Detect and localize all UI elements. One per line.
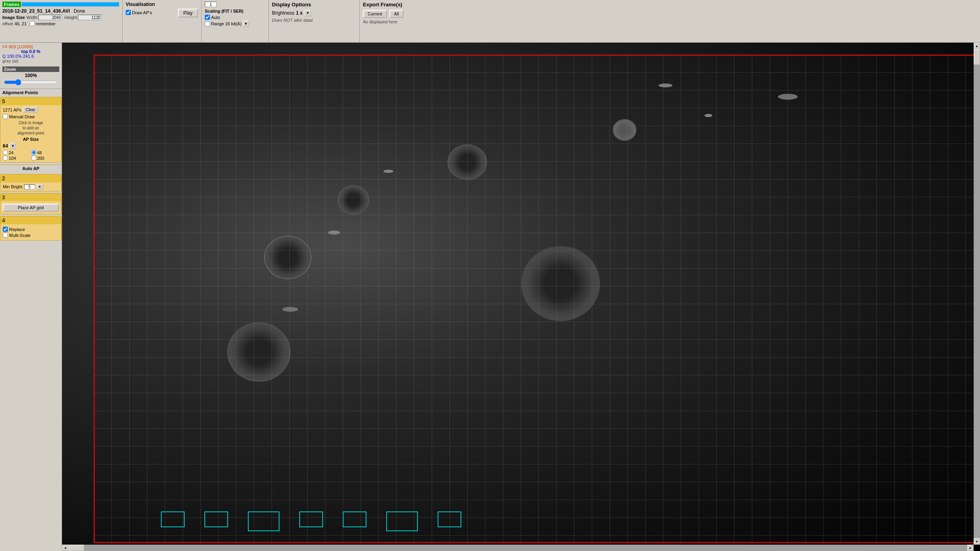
horizontal-scrollbar[interactable]: ◄ ► bbox=[62, 545, 974, 551]
scroll-h-track[interactable] bbox=[68, 545, 967, 551]
file-section: Frames 2018-12-20_23_51_14_436.AVI Done … bbox=[0, 0, 123, 42]
height-input[interactable] bbox=[78, 15, 102, 20]
step3-num: 3 bbox=[2, 194, 5, 201]
auto-check[interactable]: Auto bbox=[205, 15, 265, 20]
range-checkbox[interactable] bbox=[205, 21, 210, 27]
scroll-h-thumb[interactable] bbox=[68, 545, 84, 551]
ap-size-btn[interactable]: ▼ bbox=[9, 143, 16, 149]
remember-label: remember bbox=[36, 21, 55, 26]
manual-draw[interactable]: Manual Draw bbox=[3, 114, 59, 119]
ap-radio-104-label: 104 bbox=[9, 156, 16, 161]
zoom-slider[interactable] bbox=[4, 79, 58, 85]
step2-panel: 2 Min Bright ▼ bbox=[0, 174, 62, 191]
ap-size-main: 64 ▼ bbox=[3, 143, 59, 149]
manual-draw-label: Manual Draw bbox=[9, 114, 35, 119]
step2-num: 2 bbox=[2, 175, 5, 182]
place-ap-button[interactable]: Place AP grid bbox=[3, 204, 59, 212]
manual-draw-checkbox[interactable] bbox=[3, 114, 8, 119]
frame-num-row bbox=[205, 2, 265, 7]
scroll-right-button[interactable]: ► bbox=[967, 545, 974, 551]
brightness-label: Brightness bbox=[272, 10, 295, 16]
file-top: 2018-12-20_23_51_14_436.AVI Done bbox=[2, 8, 120, 14]
zoom-val: 100% bbox=[2, 73, 59, 78]
replace-check[interactable]: Replace bbox=[3, 227, 59, 232]
display-options-section: Display Options Brightness 1 x ▼ Does NO… bbox=[269, 0, 360, 42]
min-bright-btn[interactable]: ▼ bbox=[37, 184, 43, 189]
draw-aps-checkbox[interactable] bbox=[126, 10, 131, 15]
draw-aps-check[interactable]: Draw AP's bbox=[126, 10, 174, 15]
frames-bar: Frames bbox=[2, 2, 120, 7]
zoom-section: Zoom 100% bbox=[0, 65, 62, 89]
scroll-left-button[interactable]: ◄ bbox=[62, 545, 68, 551]
current-button[interactable]: Current bbox=[363, 10, 387, 18]
ap-radio-48-input[interactable] bbox=[31, 150, 36, 155]
scroll-down-button[interactable]: ▼ bbox=[974, 538, 980, 545]
brightness-adjust-btn[interactable]: ▼ bbox=[304, 10, 311, 16]
scroll-v-thumb[interactable] bbox=[974, 49, 980, 65]
cyan-box-6 bbox=[386, 511, 418, 531]
ap-radio-24[interactable]: 24 bbox=[3, 150, 31, 155]
display-title: Display Options bbox=[272, 2, 356, 8]
ap-radio-104[interactable]: 104 bbox=[3, 155, 31, 161]
step4-content: Replace Multi-Scale bbox=[0, 224, 61, 240]
min-bright-input[interactable] bbox=[24, 184, 35, 189]
multiscale-checkbox[interactable] bbox=[3, 233, 8, 238]
frame-number-input[interactable] bbox=[205, 2, 217, 7]
vis-title: Visualisation bbox=[126, 2, 198, 7]
cyan-box-5 bbox=[343, 511, 366, 527]
export-buttons: Current All bbox=[363, 10, 436, 18]
frame-top: top 0.0 % bbox=[2, 49, 59, 54]
ap-radios: 24 48 104 200 bbox=[3, 150, 59, 161]
offset-label: offset bbox=[2, 21, 13, 26]
brightness-val: 1 x bbox=[296, 10, 303, 16]
cyan-box-2 bbox=[204, 511, 228, 527]
frame-gray: gray (ai) bbox=[2, 59, 59, 63]
step4-header: 4 bbox=[0, 216, 61, 224]
does-not-alter: Does NOT alter data! bbox=[272, 18, 356, 23]
ap-radio-48-label: 48 bbox=[37, 150, 42, 155]
scroll-up-button[interactable]: ▲ bbox=[974, 43, 980, 49]
range-check[interactable]: Range 16 bit(A) ▼ bbox=[205, 21, 265, 27]
ap-radio-200-label: 200 bbox=[37, 156, 44, 161]
remember-check[interactable]: remember bbox=[30, 21, 55, 26]
step3-panel: 3 Place AP grid bbox=[0, 193, 62, 214]
cyan-boxes bbox=[161, 511, 461, 531]
ap-count: 1271 APs bbox=[3, 108, 21, 112]
multiscale-check[interactable]: Multi-Scale bbox=[3, 233, 59, 238]
ap-radio-200-input[interactable] bbox=[31, 155, 36, 161]
vertical-scrollbar[interactable]: ▲ ▼ bbox=[974, 43, 980, 545]
step5-header: 5 bbox=[0, 97, 61, 105]
step4-panel: 4 Replace Multi-Scale bbox=[0, 216, 62, 240]
auto-checkbox[interactable] bbox=[205, 15, 210, 20]
offset-val: 46, 21 bbox=[15, 21, 27, 26]
play-button[interactable]: Play bbox=[178, 9, 198, 17]
range-adjust-btn[interactable]: ▼ bbox=[243, 21, 249, 27]
ap-radio-104-input[interactable] bbox=[3, 155, 8, 161]
main-area: F# 869 [1/2000] top 0.0 % Q 100.0% 241.6… bbox=[0, 43, 980, 551]
remember-checkbox[interactable] bbox=[30, 21, 35, 26]
height-label: Height bbox=[64, 15, 77, 20]
cyan-box-4 bbox=[299, 511, 323, 527]
image-size-label: Image Size bbox=[2, 15, 25, 20]
min-bright-row: Min Bright ▼ bbox=[3, 184, 59, 189]
ap-size-title: AP Size bbox=[3, 137, 59, 142]
scaling-title: Scaling (FIT / SER) bbox=[205, 9, 265, 13]
replace-label: Replace bbox=[9, 227, 25, 232]
ap-radio-48[interactable]: 48 bbox=[31, 150, 59, 155]
width-input[interactable] bbox=[38, 15, 62, 20]
replace-checkbox[interactable] bbox=[3, 227, 8, 232]
draw-aps-label: Draw AP's bbox=[132, 10, 152, 15]
scroll-v-track[interactable] bbox=[974, 49, 980, 538]
zoom-slider-container[interactable] bbox=[2, 78, 59, 87]
ap-size-val: 64 bbox=[3, 143, 8, 149]
image-container[interactable]: ▲ ▼ ◄ ► bbox=[62, 43, 980, 551]
frame-info: F# 869 [1/2000] top 0.0 % Q 100.0% 241.6… bbox=[0, 43, 62, 65]
image-viewport bbox=[62, 43, 980, 551]
step4-num: 4 bbox=[2, 217, 5, 223]
step2-header: 2 bbox=[0, 174, 61, 182]
frames-progress bbox=[22, 2, 119, 6]
all-button[interactable]: All bbox=[389, 10, 404, 18]
ap-radio-200[interactable]: 200 bbox=[31, 155, 59, 161]
clear-button[interactable]: Clear bbox=[23, 107, 38, 113]
ap-radio-24-input[interactable] bbox=[3, 150, 8, 155]
